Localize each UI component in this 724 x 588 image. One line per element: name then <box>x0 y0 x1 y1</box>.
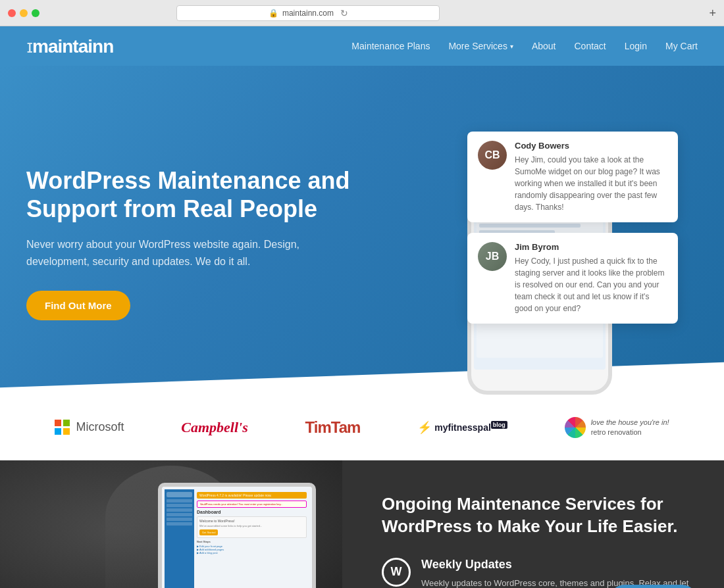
refresh-button[interactable]: ↻ <box>340 8 348 18</box>
client-microsoft: Microsoft <box>55 420 124 435</box>
services-image-column: WordPress 4.7.2 is available! Please upd… <box>0 460 342 588</box>
nav-links: Maintenance Plans More Services ▾ About … <box>351 41 698 51</box>
avatar-cody: CB <box>478 141 507 170</box>
client-campbells: Campbell's <box>181 419 247 436</box>
avatar-jim: JB <box>478 242 507 271</box>
client-retro-renovation: love the house you're in! retro renovati… <box>565 417 669 438</box>
nav-maintenance-plans[interactable]: Maintenance Plans <box>351 41 430 51</box>
nav-more-services[interactable]: More Services ▾ <box>448 41 513 51</box>
services-section: WordPress 4.7.2 is available! Please upd… <box>0 460 724 588</box>
chat-message-cody: Hey Jim, could you take a look at the Su… <box>515 154 667 213</box>
chat-name-jim: Jim Byrom <box>515 242 667 252</box>
chat-content-jim: Jim Byrom Hey Cody, I just pushed a quic… <box>515 242 667 314</box>
chat-card-jim: JB Jim Byrom Hey Cody, I just pushed a q… <box>467 233 678 324</box>
new-tab-button[interactable]: + <box>709 7 716 19</box>
chevron-down-icon: ▾ <box>510 43 513 50</box>
nav-my-cart[interactable]: My Cart <box>665 41 698 51</box>
hero-content: WordPress Maintenance and Support from R… <box>26 166 355 321</box>
tablet-mockup: WordPress 4.7.2 is available! Please upd… <box>158 483 316 588</box>
traffic-lights <box>8 9 39 17</box>
under-armour-icon: ⚡ <box>417 420 432 435</box>
logo-bracket: ɪ <box>26 36 32 57</box>
services-content: Ongoing Maintenance Services for WordPre… <box>342 460 724 588</box>
microsoft-icon <box>55 420 70 435</box>
feature-title: Weekly Updates <box>421 558 698 572</box>
client-timtam: TimTam <box>305 418 361 437</box>
hero-subtitle: Never worry about your WordPress website… <box>26 236 355 270</box>
lock-icon: 🔒 <box>269 9 278 18</box>
chat-name-cody: Cody Bowers <box>515 141 667 151</box>
service-feature-weekly-updates: W Weekly Updates Weekly updates to WordP… <box>382 558 698 588</box>
chat-card-cody: CB Cody Bowers Hey Jim, could you take a… <box>467 132 678 222</box>
hero-section: WordPress Maintenance and Support from R… <box>0 66 724 395</box>
retro-wheel-icon <box>565 417 586 438</box>
address-bar[interactable]: 🔒 maintainn.com ↻ <box>176 5 440 21</box>
feature-text: Weekly Updates Weekly updates to WordPre… <box>421 558 698 588</box>
chat-cards: CB Cody Bowers Hey Jim, could you take a… <box>467 132 678 324</box>
navbar: ɪmaintainn Maintenance Plans More Servic… <box>0 26 724 66</box>
minimize-button[interactable] <box>20 9 28 17</box>
nav-contact[interactable]: Contact <box>574 41 606 51</box>
microsoft-label: Microsoft <box>76 420 124 434</box>
wordpress-icon: W <box>382 558 411 587</box>
site-logo[interactable]: ɪmaintainn <box>26 36 113 57</box>
tablet-screen: WordPress 4.7.2 is available! Please upd… <box>162 487 312 588</box>
nav-login[interactable]: Login <box>625 41 647 51</box>
services-title: Ongoing Maintenance Services for WordPre… <box>382 493 698 538</box>
hero-visual: CB Cody Bowers Hey Jim, could you take a… <box>355 92 698 395</box>
chat-content-cody: Cody Bowers Hey Jim, could you take a lo… <box>515 141 667 213</box>
chat-message-jim: Hey Cody, I just pushed a quick fix to t… <box>515 255 667 314</box>
hero-title: WordPress Maintenance and Support from R… <box>26 166 355 223</box>
client-myfitnesspal: ⚡ myfitnesspalblog <box>417 420 507 435</box>
retro-renovation-label: love the house you're in! retro renovati… <box>591 418 669 437</box>
maximize-button[interactable] <box>32 9 39 17</box>
contact-us-button[interactable]: Contact Us <box>609 585 698 588</box>
browser-chrome: 🔒 maintainn.com ↻ + <box>0 0 724 26</box>
close-button[interactable] <box>8 9 16 17</box>
myfitnesspal-label: myfitnesspalblog <box>434 422 507 433</box>
nav-about[interactable]: About <box>532 41 556 51</box>
url-text: maintainn.com <box>282 9 334 18</box>
clients-bar: Microsoft Campbell's TimTam ⚡ myfitnessp… <box>0 395 724 460</box>
find-out-more-button[interactable]: Find Out More <box>26 291 130 320</box>
